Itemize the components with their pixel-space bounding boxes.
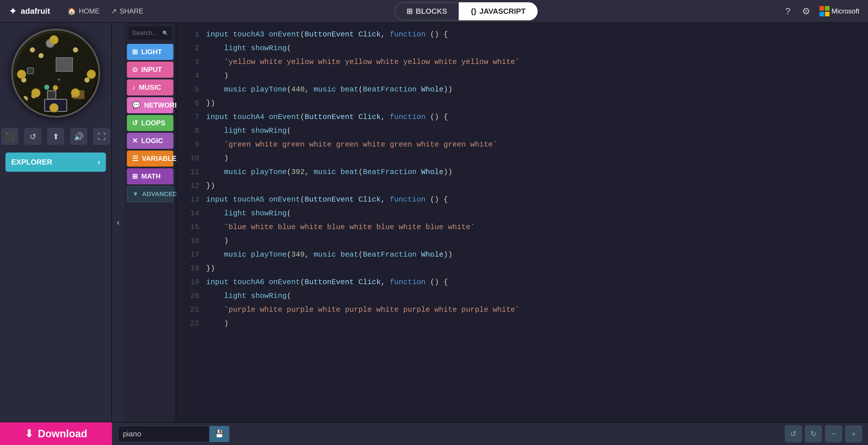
block-variables-button[interactable]: ☰ VARIABLES	[127, 150, 174, 167]
line-content: input.touchA4.onEvent(ButtonEvent.Click,…	[206, 110, 862, 124]
project-name-area: 💾	[112, 425, 785, 442]
restart-button[interactable]: ↺	[24, 128, 41, 145]
line-content: input.touchA6.onEvent(ButtonEvent.Click,…	[206, 275, 862, 289]
code-line: 12})	[182, 179, 862, 193]
pad-bottom	[50, 103, 59, 112]
block-input-button[interactable]: ⊙ INPUT	[127, 62, 174, 78]
block-logic-button[interactable]: ✕ LOGIC	[127, 133, 174, 149]
home-button[interactable]: 🏠 HOME	[62, 4, 105, 18]
logic-label: LOGIC	[141, 137, 163, 145]
home-icon: 🏠	[67, 7, 76, 15]
sound-button[interactable]: 🔊	[70, 128, 87, 145]
pin-ae	[73, 47, 78, 53]
tab-blocks-button[interactable]: ⊞ BLOCKS	[394, 2, 459, 20]
code-line: 8 light.showRing(	[182, 124, 862, 138]
advanced-label: ADVANCED	[142, 191, 177, 198]
line-number: 15	[182, 220, 199, 234]
adafruit-star: ✦	[9, 5, 17, 17]
block-music-button[interactable]: ♪ MUSIC	[127, 79, 174, 96]
pin-d8	[38, 53, 43, 58]
code-line: 16 )	[182, 234, 862, 248]
zoom-out-button[interactable]: −	[825, 425, 842, 442]
blocks-label: BLOCKS	[415, 7, 447, 16]
download-button[interactable]: ⬇ Download	[0, 422, 112, 445]
variables-label: VARIABLES	[142, 155, 181, 163]
pad-top	[50, 35, 59, 44]
search-input[interactable]	[132, 29, 160, 37]
collapse-panel-button[interactable]: ‹	[112, 23, 125, 422]
line-number: 16	[182, 234, 199, 248]
explorer-label: EXPLORER	[11, 158, 52, 167]
blocks-icon: ⊞	[406, 7, 413, 16]
stop-button[interactable]: ⬛	[1, 128, 19, 145]
code-line: 13input.touchA5.onEvent(ButtonEvent.Clic…	[182, 193, 862, 206]
math-label: MATH	[141, 172, 161, 180]
device-controls: ⬛ ↺ ⬆ 🔊 ⛶	[1, 128, 110, 145]
help-button[interactable]: ?	[783, 4, 793, 19]
logo-text: adafruit	[21, 7, 50, 16]
gnd-label-2: GND	[21, 101, 28, 105]
code-line: 3 `yellow white yellow white yellow whit…	[182, 55, 862, 69]
undo-redo-area: ↺ ↻ − +	[785, 425, 868, 442]
line-content: `blue white blue white blue white blue w…	[206, 220, 862, 234]
ms-blue-square	[819, 12, 824, 16]
code-line: 5 music.playTone(440, music.beat(BeatFra…	[182, 82, 862, 96]
line-content: input.touchA3.onEvent(ButtonEvent.Click,…	[206, 28, 862, 41]
line-number: 14	[182, 206, 199, 220]
nav-right: ? ⚙ Microsoft	[783, 3, 859, 19]
settings-button[interactable]: ⚙	[800, 3, 813, 19]
pin-d13	[30, 47, 35, 53]
line-number: 5	[182, 82, 199, 96]
logic-x-icon: ✕	[132, 137, 138, 145]
undo-button[interactable]: ↺	[785, 425, 802, 442]
hole-mid	[53, 85, 58, 90]
line-content: light.showRing(	[206, 206, 862, 220]
upload-button[interactable]: ⬆	[47, 128, 64, 145]
microsoft-text: Microsoft	[832, 7, 859, 15]
plus-icon: +	[57, 76, 61, 83]
zoom-in-button[interactable]: +	[845, 425, 862, 442]
block-math-button[interactable]: ⊞ MATH	[127, 168, 174, 184]
code-line: 11 music.playTone(392, music.beat(BeatFr…	[182, 165, 862, 179]
js-icon: {}	[471, 7, 476, 16]
music-note-icon2: ♪	[132, 83, 135, 92]
redo-button[interactable]: ↻	[805, 425, 822, 442]
home-label: HOME	[79, 7, 100, 15]
ms-green-square	[825, 6, 830, 11]
save-button[interactable]: 💾	[210, 425, 229, 442]
block-loops-button[interactable]: ↺ LOOPS	[127, 115, 174, 131]
line-number: 21	[182, 303, 199, 316]
code-line: 20 light.showRing(	[182, 289, 862, 303]
advanced-button[interactable]: ▼ ADVANCED	[127, 186, 174, 202]
line-number: 1	[182, 28, 199, 41]
code-editor[interactable]: 1input.touchA3.onEvent(ButtonEvent.Click…	[176, 23, 868, 422]
button-reset	[47, 90, 56, 100]
code-line: 1input.touchA3.onEvent(ButtonEvent.Click…	[182, 28, 862, 41]
block-network-button[interactable]: 💬 NETWORK	[127, 97, 174, 113]
microsoft-logo: Microsoft	[819, 6, 859, 16]
led-green	[44, 84, 50, 90]
search-icon: 🔍	[162, 30, 168, 36]
logo: ✦ adafruit	[9, 5, 50, 17]
line-content: )	[206, 151, 862, 165]
line-content: light.showRing(	[206, 124, 862, 138]
line-content: })	[206, 179, 862, 193]
fullscreen-button[interactable]: ⛶	[93, 128, 110, 145]
mode-tabs: ⊞ BLOCKS {} JAVASCRIPT	[149, 2, 783, 20]
share-label: SHARE	[120, 7, 144, 15]
line-content: `yellow white yellow white yellow white …	[206, 55, 862, 69]
device-board: ♪ GND GND VOUT +	[16, 33, 96, 113]
code-line: 17 music.playTone(349, music.beat(BeatFr…	[182, 248, 862, 262]
project-name-input[interactable]	[118, 425, 210, 442]
line-number: 11	[182, 165, 199, 179]
line-number: 13	[182, 193, 199, 206]
share-button[interactable]: ↗ SHARE	[105, 4, 149, 18]
tab-javascript-button[interactable]: {} JAVASCRIPT	[459, 2, 538, 20]
line-content: light.showRing(	[206, 289, 862, 303]
explorer-button[interactable]: EXPLORER ›	[5, 152, 106, 172]
code-line: 22 )	[182, 316, 862, 330]
main-content: ♪ GND GND VOUT + ⬛ ↺ ⬆ 🔊 ⛶ EXPLORER ›	[0, 23, 868, 422]
code-line: 6})	[182, 96, 862, 110]
pad-left	[17, 70, 26, 79]
block-light-button[interactable]: ⊞ LIGHT	[127, 44, 174, 60]
